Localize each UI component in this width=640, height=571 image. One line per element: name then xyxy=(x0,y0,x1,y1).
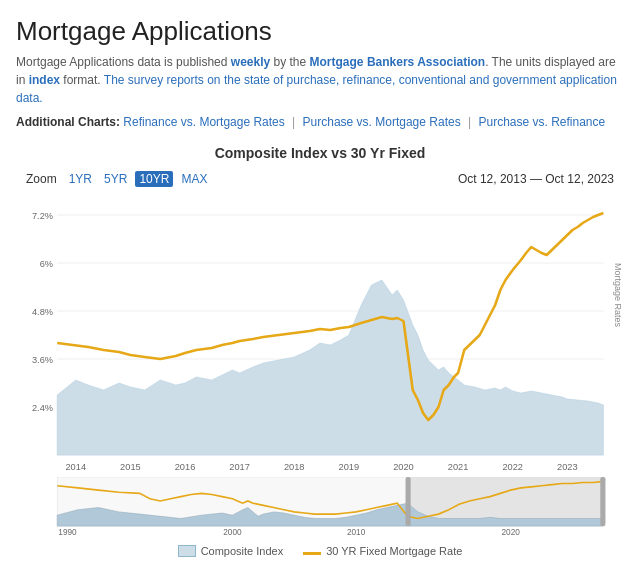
svg-rect-25 xyxy=(600,477,605,526)
svg-text:2020: 2020 xyxy=(501,527,520,537)
svg-text:2023: 2023 xyxy=(557,462,578,472)
page-title: Mortgage Applications xyxy=(16,16,624,47)
svg-text:2.4%: 2.4% xyxy=(32,403,53,413)
main-chart-area: 7.2% 6% 4.8% 3.6% 2.4% 2014 2015 2016 20… xyxy=(16,195,624,475)
svg-rect-24 xyxy=(406,477,411,526)
svg-text:2015: 2015 xyxy=(120,462,141,472)
page-description: Mortgage Applications data is published … xyxy=(16,53,624,107)
legend-composite: Composite Index xyxy=(178,545,284,557)
svg-text:4.8%: 4.8% xyxy=(32,307,53,317)
zoom-label: Zoom xyxy=(26,172,57,186)
svg-text:6%: 6% xyxy=(40,259,53,269)
svg-text:2000: 2000 xyxy=(223,527,242,537)
legend-mortgage-color xyxy=(303,552,321,555)
additional-charts-label: Additional Charts: xyxy=(16,115,120,129)
zoom-5yr[interactable]: 5YR xyxy=(100,171,131,187)
chart-container: Composite Index vs 30 Yr Fixed Zoom 1YR … xyxy=(16,145,624,557)
svg-text:2010: 2010 xyxy=(347,527,366,537)
zoom-1yr[interactable]: 1YR xyxy=(65,171,96,187)
svg-text:2016: 2016 xyxy=(175,462,196,472)
chart-title: Composite Index vs 30 Yr Fixed xyxy=(16,145,624,161)
legend-composite-color xyxy=(178,545,196,557)
svg-text:7.2%: 7.2% xyxy=(32,211,53,221)
zoom-controls: Zoom 1YR 5YR 10YR MAX xyxy=(26,171,211,187)
main-chart-svg: 7.2% 6% 4.8% 3.6% 2.4% 2014 2015 2016 20… xyxy=(16,195,624,475)
chart-legend: Composite Index 30 YR Fixed Mortgage Rat… xyxy=(16,545,624,557)
svg-text:1990: 1990 xyxy=(58,527,77,537)
svg-text:2017: 2017 xyxy=(229,462,250,472)
svg-text:2019: 2019 xyxy=(339,462,360,472)
additional-charts: Additional Charts: Refinance vs. Mortgag… xyxy=(16,115,624,129)
svg-text:2018: 2018 xyxy=(284,462,305,472)
legend-mortgage: 30 YR Fixed Mortgage Rate xyxy=(303,545,462,557)
link-purchase-refinance[interactable]: Purchase vs. Refinance xyxy=(478,115,605,129)
svg-text:2014: 2014 xyxy=(65,462,86,472)
link-refinance-mortgage[interactable]: Refinance vs. Mortgage Rates xyxy=(123,115,284,129)
chart-controls: Zoom 1YR 5YR 10YR MAX Oct 12, 2013 — Oct… xyxy=(16,171,624,187)
zoom-10yr[interactable]: 10YR xyxy=(135,171,173,187)
svg-text:2021: 2021 xyxy=(448,462,469,472)
svg-text:2022: 2022 xyxy=(502,462,523,472)
mini-chart-wrapper: 1990 2000 2010 2020 xyxy=(16,477,624,537)
link-purchase-mortgage[interactable]: Purchase vs. Mortgage Rates xyxy=(303,115,461,129)
svg-text:Mortgage Rates: Mortgage Rates xyxy=(613,263,623,327)
svg-text:2020: 2020 xyxy=(393,462,414,472)
zoom-max[interactable]: MAX xyxy=(177,171,211,187)
legend-composite-label: Composite Index xyxy=(201,545,284,557)
mini-chart-svg: 1990 2000 2010 2020 xyxy=(16,477,624,537)
legend-mortgage-label: 30 YR Fixed Mortgage Rate xyxy=(326,545,462,557)
date-range: Oct 12, 2013 — Oct 12, 2023 xyxy=(458,172,614,186)
svg-text:3.6%: 3.6% xyxy=(32,355,53,365)
